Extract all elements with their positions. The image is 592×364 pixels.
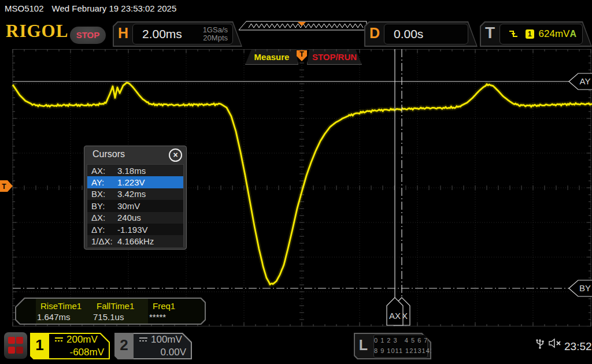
cursor-row-1δx[interactable]: 1/ΔX:4.166kHz [87,235,183,247]
svg-text:AY: AY [580,76,591,86]
channel-2-number: 2 [114,333,134,359]
channel-2-tag[interactable]: 2 100mV 0.00V [114,333,192,359]
cursor-row-ax[interactable]: AX:3.18ms [87,165,183,176]
svg-text:T: T [299,50,304,58]
measurements-panel[interactable]: RiseTime11.647msFallTime1715.1usFreq1***… [15,298,206,325]
model-name: MSO5102 [5,3,44,13]
digital-channels-row1: 0 1 2 3 4 5 6 7 [374,335,427,346]
cursor-label: ΔY: [87,225,117,235]
menu-grid-icon[interactable] [4,332,27,359]
cursor-row-bx[interactable]: BX:3.42ms [87,188,183,200]
sample-rate: 1GSa/s [203,25,228,34]
cursor-value: 3.18ms [117,166,183,176]
cursors-panel-title: Cursors [92,149,125,159]
waveform-overview-strip[interactable] [238,21,368,31]
cursor-label: BY: [87,201,117,211]
cursor-label: 1/ΔX: [87,236,117,246]
channel-2-offset: 0.00V [139,347,186,358]
cursors-panel[interactable]: Cursors × AX:3.18msAY:1.223VBX:3.42msBY:… [84,146,187,250]
timebase-value: 2.00ms [133,27,203,41]
cursor-label: ΔX: [87,213,117,222]
h-label: H [118,25,128,42]
digital-channels-row2: 8 9 1011 12131415 [374,346,427,356]
oscilloscope-screen: MSO5102Wed February 19 23:53:02 2025 RIG… [0,0,592,364]
usb-icon [535,337,545,350]
delay-value: 0.00s [384,27,423,41]
trigger-mode: A [569,29,579,39]
measurement-name: FallTime1 [92,301,148,311]
measurement-item[interactable]: RiseTime11.647ms [36,299,92,324]
channel-1-scale: 200mV [66,334,98,346]
datetime: Wed February 19 23:53:02 2025 [52,3,177,13]
svg-text:AX: AX [389,311,401,321]
trigger-slope-icon [508,29,519,39]
cursor-value: 4.166kHz [117,236,183,246]
dc-coupling-icon [54,337,64,343]
channel-1-offset: -608mV [54,347,104,358]
svg-text:T: T [2,183,6,191]
measurement-value: 1.647ms [36,311,92,322]
measurement-item[interactable]: FallTime1715.1us [92,299,148,324]
delay-panel[interactable]: D 0.00s [364,21,478,47]
measurement-name: RiseTime1 [36,301,92,311]
svg-text:BY: BY [579,283,591,293]
cursor-label: BX: [87,189,117,199]
cursor-value: 1.223V [117,177,183,187]
measurement-value: 715.1us [92,311,148,322]
trigger-panel[interactable]: T 1 624mV A [480,21,592,47]
dc-coupling-icon [139,337,148,343]
cursor-readout-list: AX:3.18msAY:1.223VBX:3.42msBY:30mVΔX:240… [87,164,184,247]
la-label: L [354,333,373,359]
channel-1-tag[interactable]: 1 200mV -608mV [30,333,110,359]
cursor-value: -1.193V [117,225,183,235]
horizontal-panel[interactable]: H 2.00ms 1GSa/s20Mpts [113,21,242,47]
cursor-label: AY: [87,177,117,187]
clock: 23:52 [564,329,592,364]
t-label: T [485,24,495,42]
measurement-item[interactable]: Freq1***** [148,299,204,324]
cursor-row-δy[interactable]: ΔY:-1.193V [87,224,183,235]
header-bar: RIGOL STOP H 2.00ms 1GSa/s20Mpts Measure… [0,17,592,49]
trigger-source-badge: 1 [526,29,534,39]
trigger-level-value: 624mV [539,28,570,40]
cursor-value: 3.42ms [117,189,183,199]
cursor-value: 30mV [117,201,183,211]
close-icon[interactable]: × [169,148,182,162]
cursor-label: AX: [87,166,117,176]
memory-depth: 20Mpts [203,34,228,42]
cursor-row-ay[interactable]: AY:1.223V [87,176,183,188]
logic-analyzer-tag[interactable]: L 0 1 2 3 4 5 6 7 8 9 1011 12131415 [354,333,431,359]
cursor-row-δx[interactable]: ΔX:240us [87,212,183,224]
run-state-badge[interactable]: STOP [70,27,106,44]
measurement-value: ***** [148,311,204,322]
cursor-row-by[interactable]: BY:30mV [87,200,183,211]
speaker-muted-icon [548,338,562,348]
cursor-value: 240us [117,213,183,222]
channel-1-number: 1 [30,333,49,359]
channel-2-scale: 100mV [151,334,182,346]
bottom-bar: 1 200mV -608mV 2 100mV 0.00V [0,329,592,364]
top-status-bar: MSO5102Wed February 19 23:53:02 2025 [0,0,592,17]
rigol-logo: RIGOL [6,21,68,42]
d-label: D [369,25,380,42]
measurements-list: RiseTime11.647msFallTime1715.1usFreq1***… [16,299,205,324]
measurement-name: Freq1 [148,301,204,311]
